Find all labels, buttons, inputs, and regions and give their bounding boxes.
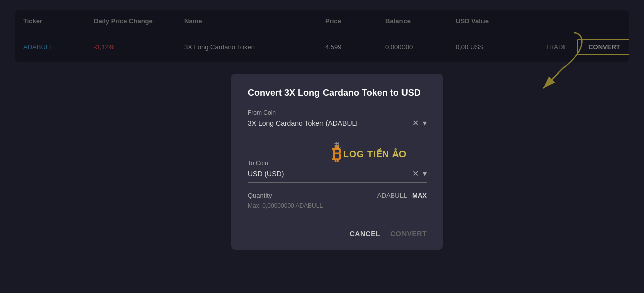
max-info-text: Max: 0,00000000 ADABULL bbox=[248, 202, 427, 209]
from-coin-label: From Coin bbox=[248, 109, 427, 116]
modal-actions: CANCEL CONVERT bbox=[248, 222, 427, 238]
modal-title: Convert 3X Long Cardano Token to USD bbox=[248, 88, 427, 98]
max-button[interactable]: MAX bbox=[412, 192, 427, 199]
quantity-row: Quantity ADABULL MAX bbox=[248, 192, 427, 199]
convert-modal-button[interactable]: CONVERT bbox=[390, 230, 427, 238]
swap-icon[interactable]: ⇅ bbox=[334, 140, 341, 152]
quantity-unit: ADABULL bbox=[377, 192, 407, 199]
modal-overlay: Convert 3X Long Cardano Token to USD Fro… bbox=[0, 0, 644, 293]
convert-modal: Convert 3X Long Cardano Token to USD Fro… bbox=[231, 74, 443, 250]
chevron-down-to-icon[interactable]: ▾ bbox=[423, 169, 427, 178]
from-coin-value: 3X Long Cardano Token (ADABULI bbox=[248, 119, 408, 127]
to-coin-label: To Coin bbox=[248, 160, 427, 167]
quantity-label: Quantity bbox=[248, 192, 377, 199]
to-coin-select[interactable]: USD (USD) ✕ ▾ bbox=[248, 169, 427, 183]
chevron-down-from-icon[interactable]: ▾ bbox=[423, 118, 427, 128]
from-coin-select[interactable]: 3X Long Cardano Token (ADABULI ✕ ▾ bbox=[248, 118, 427, 132]
clear-to-coin-icon[interactable]: ✕ bbox=[412, 169, 419, 178]
to-coin-value: USD (USD) bbox=[248, 170, 408, 178]
swap-icon-row: ⇅ bbox=[248, 140, 427, 152]
cancel-button[interactable]: CANCEL bbox=[350, 230, 380, 238]
clear-from-coin-icon[interactable]: ✕ bbox=[412, 118, 419, 128]
